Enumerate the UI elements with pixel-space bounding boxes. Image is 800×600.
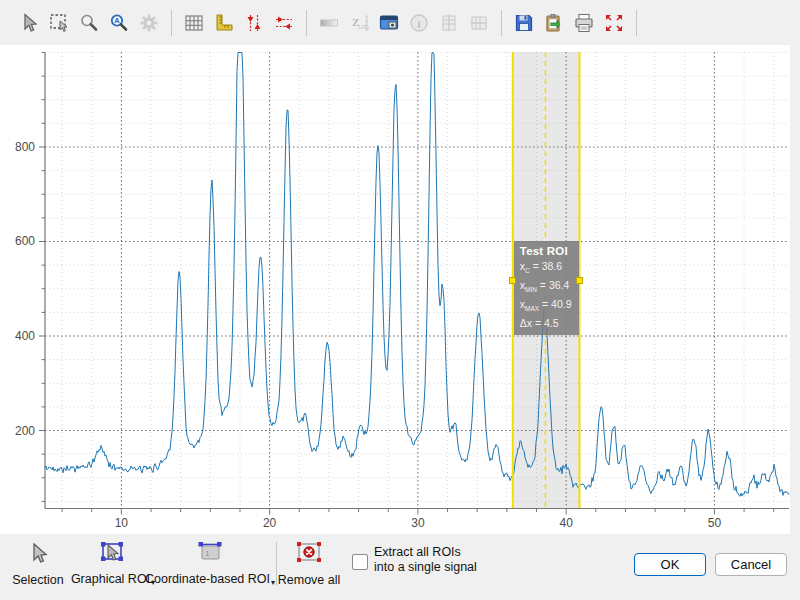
svg-text:50: 50: [708, 516, 722, 530]
log-scale-icon[interactable]: ZLOG: [344, 8, 373, 37]
svg-text:200: 200: [15, 424, 35, 438]
svg-text:1: 1: [206, 550, 210, 557]
svg-text:800: 800: [15, 140, 35, 154]
horizontal-cursor-icon[interactable]: [269, 8, 298, 37]
remove-all-icon: [294, 539, 324, 566]
plot-background: [0, 45, 790, 534]
cancel-button[interactable]: Cancel: [715, 553, 787, 576]
toolbar-separator: [501, 10, 502, 36]
coordinate-roi-icon: 1: [194, 539, 226, 566]
coordinate-roi-label: Coordinate-based ROI: [145, 572, 270, 586]
svg-text:40: 40: [559, 516, 573, 530]
svg-text:30: 30: [411, 516, 425, 530]
selection-cursor-icon: [26, 539, 50, 566]
signal-plot[interactable]: 2004006008001020304050: [0, 45, 790, 534]
roi-tooltip-rows: xC = 38.6xMIN = 36.4xMAX = 40.9Δx = 4.5: [520, 259, 575, 330]
pointer-icon[interactable]: [14, 8, 43, 37]
svg-text:LOG: LOG: [358, 24, 369, 30]
copy-icon[interactable]: [539, 8, 568, 37]
roi-tooltip-title: Test ROI: [520, 245, 575, 257]
roi-dialog-footer: Selection Graphical ROI▾ 1 Coordinate-ba…: [0, 534, 800, 600]
grid-icon[interactable]: [179, 8, 208, 37]
gear-icon[interactable]: [134, 8, 163, 37]
selection-tool-label: Selection: [12, 573, 63, 587]
extract-rois-checkbox[interactable]: [352, 554, 368, 570]
stats-horizontal-icon[interactable]: [464, 8, 493, 37]
dropdown-arrow-icon: ▾: [271, 578, 275, 587]
remove-all-label: Remove all: [278, 573, 341, 587]
extract-rois-checkbox-row: Extract all ROIs into a single signal: [352, 540, 477, 575]
svg-text:A: A: [114, 16, 120, 25]
vertical-cursor-icon[interactable]: [239, 8, 268, 37]
rect-select-icon[interactable]: [44, 8, 73, 37]
graphical-roi-icon: [98, 539, 128, 566]
svg-text:400: 400: [15, 329, 35, 343]
roi-tooltip: Test ROI xC = 38.6xMIN = 36.4xMAX = 40.9…: [514, 241, 580, 335]
svg-text:20: 20: [263, 516, 277, 530]
svg-text:i: i: [417, 17, 420, 29]
roi-left-handle[interactable]: [509, 277, 516, 284]
selection-tool-button[interactable]: Selection: [9, 537, 67, 589]
remove-all-button[interactable]: Remove all: [280, 537, 338, 589]
plot-toolbar: A ZLOG i: [0, 0, 800, 45]
graphical-roi-button[interactable]: Graphical ROI▾: [70, 537, 156, 589]
print-icon[interactable]: [569, 8, 598, 37]
contrast-icon[interactable]: [314, 8, 343, 37]
plot-canvas[interactable]: 2004006008001020304050 Test ROI xC = 38.…: [0, 45, 790, 534]
roi-right-handle[interactable]: [576, 277, 583, 284]
svg-text:600: 600: [15, 234, 35, 248]
fullscreen-icon[interactable]: [599, 8, 628, 37]
info-icon[interactable]: i: [404, 8, 433, 37]
ruler-icon[interactable]: [209, 8, 238, 37]
snapshot-icon[interactable]: [374, 8, 403, 37]
zoom-icon[interactable]: [74, 8, 103, 37]
toolbar-separator: [171, 10, 172, 36]
ok-button[interactable]: OK: [634, 553, 706, 576]
extract-rois-checkbox-label: Extract all ROIs into a single signal: [374, 540, 477, 575]
svg-text:10: 10: [115, 516, 129, 530]
zoom-auto-icon[interactable]: A: [104, 8, 133, 37]
toolbar-separator: [306, 10, 307, 36]
graphical-roi-label: Graphical ROI: [71, 572, 150, 586]
stats-vertical-icon[interactable]: [434, 8, 463, 37]
roi-editor-dialog: A ZLOG i: [0, 0, 800, 600]
coordinate-roi-button[interactable]: 1 Coordinate-based ROI▾: [150, 537, 270, 589]
save-icon[interactable]: [509, 8, 538, 37]
toolbar-separator: [636, 10, 637, 36]
